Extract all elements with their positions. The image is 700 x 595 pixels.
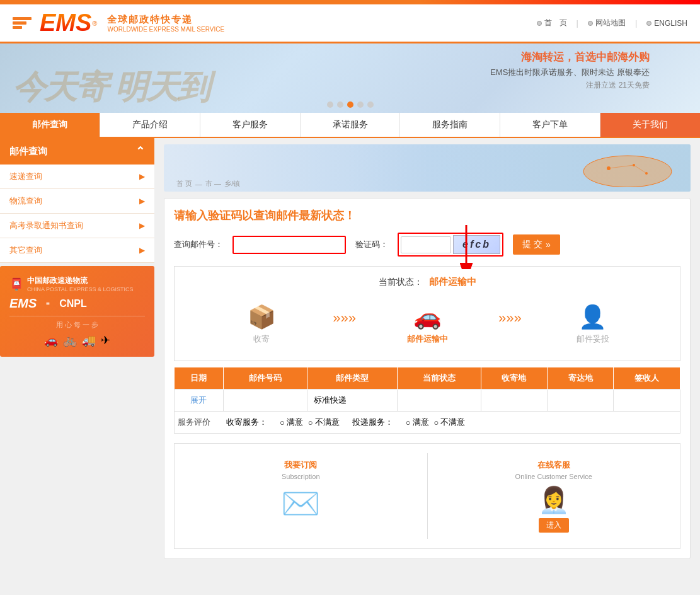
main-content-area: 邮件查询 ⌃ 速递查询 ▶ 物流查询 ▶ 高考录取通知书查询 ▶ 其它查询 ▶ … (0, 138, 700, 565)
bottom-cards: 我要订阅 Subscription ✉️ 在线客服 Online Custome… (174, 443, 680, 549)
nav-customer-service[interactable]: 客户服务 (200, 113, 301, 137)
bar1 (13, 17, 32, 20)
deliver-unsatisfied[interactable]: ○ 不满意 (434, 417, 466, 428)
query-form-row: 查询邮件号： 验证码： efcb 提 交 » (174, 233, 680, 257)
sidebar-item-gaokao[interactable]: 高考录取通知书查询 ▶ (0, 214, 154, 238)
sidebar-header[interactable]: 邮件查询 ⌃ (0, 138, 154, 165)
tracking-steps: 📦 收寄 »»» 🚗 邮件运输中 »»» 👤 邮件妥投 (184, 298, 670, 351)
logo-en: WORLDWIDE EXPRESS MAIL SERVICE (107, 26, 224, 33)
sidebar-postal-icon: 📮 (9, 277, 23, 291)
collect-label: 收寄 (253, 333, 270, 345)
nav-english[interactable]: ENGLISH (646, 19, 687, 28)
home-dot (537, 21, 542, 26)
card-divider (427, 453, 428, 539)
rating-section: 服务评价 收寄服务： ○ 满意 ○ 不满意 (178, 417, 677, 428)
plane-icon: ✈ (101, 333, 110, 347)
online-service-card: 在线客服 Online Customer Service 👩‍💼 进入 (437, 453, 671, 539)
svg-point-0 (583, 156, 672, 187)
table-header-row: 日期 邮件号码 邮件类型 当前状态 收寄地 寄达地 签收人 (175, 367, 680, 390)
sidebar-transport-icons: 🚗 🚲 🚚 ✈ (9, 333, 145, 347)
collect-icon: 📦 (248, 304, 276, 330)
th-status: 当前状态 (398, 367, 481, 390)
expand-link[interactable]: 展开 (190, 395, 207, 405)
logo-area: EMS ® 全球邮政特快专递 WORLDWIDE EXPRESS MAIL SE… (13, 9, 224, 37)
nav-order[interactable]: 客户下单 (500, 113, 600, 137)
captcha-image[interactable]: efcb (453, 235, 500, 254)
sidebar-postal-text: 中国邮政速递物流 CHINA POSTAL EXPRESS & LOGISTIC… (27, 275, 134, 292)
th-type: 邮件类型 (307, 367, 397, 390)
rating-row: 服务评价 收寄服务： ○ 满意 ○ 不满意 (175, 412, 680, 434)
dot2[interactable] (337, 101, 343, 108)
delivered-icon: 👤 (578, 304, 607, 330)
current-status-line: 当前状态： 邮件运输中 (184, 276, 670, 288)
nav-sitemap[interactable]: 网站地图 (588, 18, 626, 28)
sidebar-arrow-express: ▶ (139, 172, 145, 181)
nav-guide[interactable]: 服务指南 (400, 113, 500, 137)
banner-dots (327, 101, 374, 108)
radio-circle2: ○ (308, 418, 313, 427)
th-dest: 寄达地 (548, 367, 614, 390)
truck-icon: 🚚 (82, 333, 96, 347)
step-transport: 🚗 邮件运输中 (362, 304, 492, 345)
sidebar-ems-logo: EMS (9, 296, 37, 311)
top-stripe (0, 0, 700, 4)
sub-title: 我要订阅 (284, 459, 317, 471)
radio-circle3: ○ (406, 418, 411, 427)
nav-mail-query[interactable]: 邮件查询 (0, 113, 100, 137)
english-dot (646, 21, 651, 26)
cell-date: 展开 (175, 390, 224, 412)
dot4[interactable] (357, 101, 364, 108)
dot3[interactable] (347, 101, 353, 108)
transport-icon: 🚗 (413, 304, 442, 330)
radio-circle1: ○ (280, 418, 285, 427)
sidebar-postal-en: CHINA POSTAL EXPRESS & LOGISTICS (27, 286, 134, 292)
delivered-label: 邮件妥投 (577, 333, 609, 345)
nav-commitment[interactable]: 承诺服务 (301, 113, 401, 137)
sidebar-promo-banner: 📮 中国邮政速递物流 CHINA POSTAL EXPRESS & LOGIST… (0, 266, 154, 357)
rating-label: 服务评价 (178, 417, 210, 428)
query-section: 请输入验证码以查询邮件最新状态！ 查询邮件号： 验证码： efcb 提 交 » (164, 198, 691, 559)
logo-text-block: 全球邮政特快专递 WORLDWIDE EXPRESS MAIL SERVICE (107, 14, 224, 33)
collect-rating-label: 收寄服务： (226, 417, 267, 428)
captcha-input[interactable] (401, 236, 451, 253)
cell-status (398, 390, 481, 412)
cell-dest (548, 390, 614, 412)
sitemap-dot (588, 21, 593, 26)
bc-sep1: — (195, 180, 202, 188)
bar3 (13, 26, 22, 29)
logo-cn: 全球邮政特快专递 (107, 14, 224, 26)
deliver-rating-label: 投递服务： (352, 417, 393, 428)
service-subtitle: Online Customer Service (515, 473, 592, 480)
enter-service-button[interactable]: 进入 (539, 518, 569, 533)
sidebar-item-logistics[interactable]: 物流查询 ▶ (0, 189, 154, 214)
submit-button[interactable]: 提 交 » (513, 234, 560, 255)
nav-home[interactable]: 首 页 (537, 18, 567, 28)
deliver-satisfied[interactable]: ○ 满意 (406, 417, 429, 428)
sub-subtitle: Subscription (282, 473, 320, 480)
dot1[interactable] (327, 101, 333, 108)
arrow2: »»» (492, 310, 528, 326)
site-header: EMS ® 全球邮政特快专递 WORLDWIDE EXPRESS MAIL SE… (0, 4, 700, 43)
sub-banner-map (348, 144, 691, 192)
sidebar-item-other[interactable]: 其它查询 ▶ (0, 238, 154, 263)
bike-icon: 🚲 (63, 333, 77, 347)
captcha-container: efcb (398, 233, 503, 257)
logo-bars (13, 17, 32, 29)
banner-promo-text: 海淘转运，首选中邮海外购 EMS推出时限承诺服务、限时未达 原银奉还 注册立送 … (490, 50, 650, 91)
sidebar-item-express[interactable]: 速递查询 ▶ (0, 165, 154, 189)
dot5[interactable] (367, 101, 374, 108)
table-row: 展开 标准快递 (175, 390, 680, 412)
tracking-number-input[interactable] (232, 236, 346, 254)
sidebar-postal-cn: 中国邮政速递物流 (27, 275, 134, 286)
bar2 (13, 21, 26, 25)
service-title: 在线客服 (537, 459, 570, 471)
collect-satisfied[interactable]: ○ 满意 (280, 417, 303, 428)
sidebar-arrow-gaokao: ▶ (139, 221, 145, 230)
banner-line2: EMS推出时限承诺服务、限时未达 原银奉还 (490, 67, 650, 78)
collect-unsatisfied[interactable]: ○ 不满意 (308, 417, 340, 428)
nav-sep2: | (635, 18, 637, 28)
tracking-label: 查询邮件号： (174, 239, 223, 250)
nav-products[interactable]: 产品介绍 (100, 113, 200, 137)
nav-about[interactable]: 关于我们 (600, 113, 700, 137)
arrow1: »»» (326, 310, 362, 326)
